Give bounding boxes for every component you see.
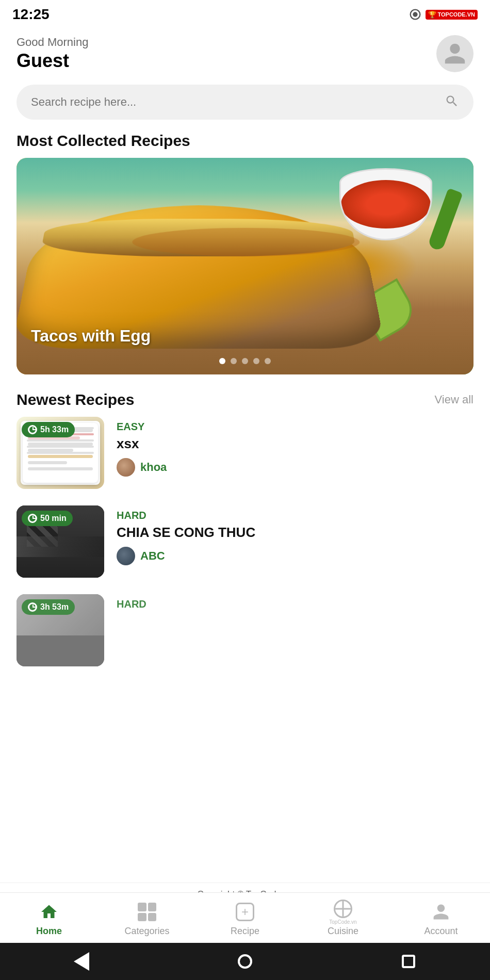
time-badge-1: 5h 33m <box>22 422 75 437</box>
newest-title: Newest Recipes <box>17 391 134 409</box>
recipe-thumb-3: 3h 53m <box>17 594 104 666</box>
search-icon <box>445 94 459 110</box>
nav-account[interactable]: Account <box>392 901 490 937</box>
dot-2[interactable] <box>231 358 237 364</box>
categories-nav-label: Categories <box>124 926 169 937</box>
recents-button[interactable] <box>396 949 421 974</box>
recipe-title-1: xsx <box>117 436 473 452</box>
home-nav-icon <box>38 901 60 923</box>
status-time: 12:25 <box>12 6 50 23</box>
record-icon <box>408 7 422 22</box>
bottom-nav: Home Categories Recipe TopCode.vn Cuisin… <box>0 892 490 943</box>
nav-categories[interactable]: Categories <box>98 901 196 937</box>
difficulty-1: EASY <box>117 421 473 433</box>
carousel-caption: Tacos with Egg <box>31 326 151 346</box>
most-collected-title: Most Collected Recipes <box>17 132 473 150</box>
system-nav-bar <box>0 943 490 980</box>
user-name: Guest <box>17 50 88 72</box>
status-icons: 🏆 TOPCODE.VN <box>408 7 478 22</box>
clock-icon-3 <box>28 602 37 612</box>
recipe-info-2: HARD CHIA SE CONG THUC ABC <box>117 505 473 565</box>
recipe-list: 5h 33m EASY xsx khoa 50 min <box>0 417 490 666</box>
categories-nav-icon <box>136 901 158 923</box>
topcode-nav-label: TopCode.vn <box>329 919 356 925</box>
cuisine-nav-icon: TopCode.vn <box>332 901 354 923</box>
search-input[interactable] <box>31 95 438 109</box>
nav-cuisine[interactable]: TopCode.vn Cuisine <box>294 901 392 937</box>
recipe-nav-label: Recipe <box>231 926 259 937</box>
dot-1[interactable] <box>219 358 225 364</box>
newest-section-header: Newest Recipes View all <box>0 391 490 417</box>
carousel-dots <box>219 358 271 364</box>
recipe-thumb-2: 50 min <box>17 505 104 578</box>
back-button[interactable] <box>69 949 94 974</box>
view-all-button[interactable]: View all <box>435 393 473 406</box>
recipe-thumb-1: 5h 33m <box>17 417 104 489</box>
time-badge-2: 50 min <box>22 511 73 526</box>
recipe-item-1[interactable]: 5h 33m EASY xsx khoa <box>17 417 473 489</box>
avatar-icon <box>443 41 467 66</box>
recents-icon <box>402 955 415 968</box>
carousel-image: Tacos with Egg <box>17 158 473 374</box>
header: Good Morning Guest <box>0 27 490 78</box>
account-nav-label: Account <box>424 926 458 937</box>
account-nav-icon <box>430 901 452 923</box>
difficulty-3: HARD <box>117 598 473 610</box>
recipe-info-1: EASY xsx khoa <box>117 417 473 477</box>
clock-icon-2 <box>28 514 37 523</box>
dot-5[interactable] <box>265 358 271 364</box>
author-avatar-1 <box>117 458 135 477</box>
dot-4[interactable] <box>253 358 259 364</box>
recipe-title-2: CHIA SE CONG THUC <box>117 525 473 541</box>
recipe-carousel[interactable]: Tacos with Egg <box>17 158 473 374</box>
home-nav-label: Home <box>36 926 62 937</box>
svg-point-1 <box>413 12 418 17</box>
user-avatar[interactable] <box>436 35 473 72</box>
back-icon <box>74 952 89 971</box>
greeting-text: Good Morning <box>17 36 88 49</box>
recipe-info-3: HARD <box>117 594 473 613</box>
plus-icon <box>236 903 254 921</box>
most-collected-section: Most Collected Recipes <box>0 132 490 158</box>
cuisine-nav-label: Cuisine <box>328 926 358 937</box>
home-button[interactable] <box>232 949 258 974</box>
clock-icon-1 <box>28 425 37 434</box>
recipe-author-2: ABC <box>117 547 473 565</box>
greeting-block: Good Morning Guest <box>17 36 88 72</box>
author-name-1: khoa <box>140 461 167 474</box>
author-avatar-2 <box>117 547 135 565</box>
nav-home[interactable]: Home <box>0 901 98 937</box>
search-bar[interactable] <box>17 85 473 120</box>
time-badge-3: 3h 53m <box>22 599 75 615</box>
recipe-item-2[interactable]: 50 min HARD CHIA SE CONG THUC ABC <box>17 505 473 578</box>
difficulty-2: HARD <box>117 510 473 521</box>
recipe-author-1: khoa <box>117 458 473 477</box>
recipe-nav-icon <box>234 901 256 923</box>
topcode-badge: 🏆 TOPCODE.VN <box>426 10 478 20</box>
author-name-2: ABC <box>140 549 165 563</box>
dot-3[interactable] <box>242 358 248 364</box>
nav-recipe[interactable]: Recipe <box>196 901 294 937</box>
globe-icon <box>334 900 352 918</box>
search-container <box>17 85 473 120</box>
recipe-item-3[interactable]: 3h 53m HARD <box>17 594 473 666</box>
status-bar: 12:25 🏆 TOPCODE.VN <box>0 0 490 27</box>
home-icon <box>238 954 252 969</box>
